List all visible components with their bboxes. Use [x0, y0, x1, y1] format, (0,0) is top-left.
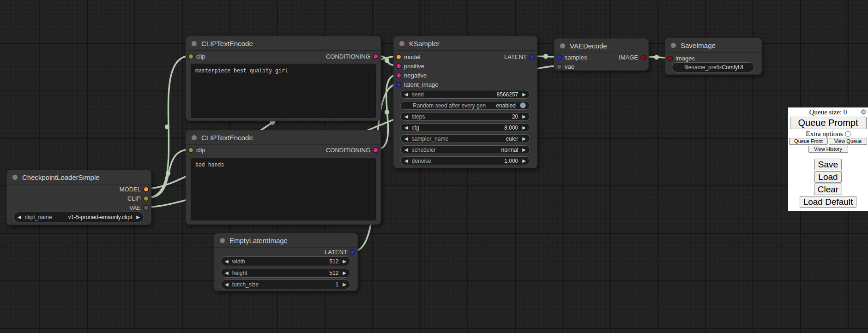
output-socket-icon[interactable] — [641, 55, 645, 59]
increment-arrow-icon[interactable]: ▶ — [343, 282, 346, 287]
output-socket-icon[interactable] — [144, 206, 148, 210]
node-titlebar-save-image[interactable]: SaveImage — [665, 38, 761, 53]
node-clip-text-encode-positive[interactable]: CLIPTextEncodeclipCONDITIONINGmasterpiec… — [186, 36, 381, 121]
input-positive[interactable]: positive — [397, 62, 424, 70]
decrement-arrow-icon[interactable]: ◀ — [404, 125, 408, 130]
increment-arrow-icon[interactable]: ▶ — [343, 259, 346, 264]
node-collapse-dot-icon[interactable] — [671, 43, 676, 48]
input-socket-icon[interactable] — [557, 55, 561, 59]
output-latent[interactable]: LATENT — [504, 53, 534, 61]
widget-denoise[interactable]: ◀denoise1.000▶ — [400, 156, 530, 165]
node-collapse-dot-icon[interactable] — [192, 41, 197, 46]
node-collapse-dot-icon[interactable] — [192, 135, 197, 140]
input-clip[interactable]: clip — [189, 52, 205, 60]
load-default-button[interactable]: Load Default — [800, 196, 857, 208]
decrement-arrow-icon[interactable]: ◀ — [404, 137, 408, 141]
increment-arrow-icon[interactable]: ▶ — [136, 215, 140, 220]
decrement-arrow-icon[interactable]: ◀ — [225, 259, 229, 264]
widget-scheduler[interactable]: ◀schedulernormal▶ — [400, 145, 530, 154]
decrement-arrow-icon[interactable]: ◀ — [404, 159, 408, 163]
node-titlebar-vae-decode[interactable]: VAEDecode — [555, 39, 648, 53]
view-history-button[interactable]: View History — [808, 146, 848, 153]
load-button[interactable]: Load — [814, 171, 841, 183]
output-vae[interactable]: VAE — [129, 203, 148, 212]
node-checkpoint-loader[interactable]: CheckpointLoaderSimpleMODELCLIPVAE◀ckpt_… — [6, 170, 151, 225]
widget-sampler-name[interactable]: ◀sampler_nameeuler▶ — [400, 134, 530, 143]
decrement-arrow-icon[interactable]: ◀ — [404, 114, 408, 119]
decrement-arrow-icon[interactable]: ◀ — [18, 215, 21, 220]
widget-filename-prefix[interactable]: filename_prefixComfyUI — [672, 62, 754, 72]
queue-prompt-button[interactable]: Queue Prompt — [790, 117, 867, 129]
input-socket-icon[interactable] — [557, 65, 561, 69]
node-save-image[interactable]: SaveImageimagesfilename_prefixComfyUI — [665, 38, 762, 75]
input-socket-icon[interactable] — [189, 54, 193, 59]
decrement-arrow-icon[interactable]: ◀ — [225, 282, 229, 287]
output-conditioning[interactable]: CONDITIONING — [326, 146, 378, 154]
increment-arrow-icon[interactable]: ▶ — [522, 114, 526, 119]
output-clip[interactable]: CLIP — [127, 194, 148, 202]
widget-batch-size[interactable]: ◀batch_size1▶ — [221, 279, 350, 289]
node-empty-latent-image[interactable]: EmptyLatentImageLATENT◀width512▶◀height5… — [214, 233, 358, 291]
input-socket-icon[interactable] — [397, 83, 401, 87]
node-collapse-dot-icon[interactable] — [560, 43, 565, 48]
output-conditioning[interactable]: CONDITIONING — [326, 52, 378, 60]
widget-steps[interactable]: ◀steps20▶ — [400, 112, 530, 121]
node-vae-decode[interactable]: VAEDecodesamplesvaeIMAGE — [554, 38, 649, 71]
prompt-textarea[interactable]: masterpiece best quality girl — [191, 64, 376, 118]
output-socket-icon[interactable] — [144, 196, 148, 201]
node-collapse-dot-icon[interactable] — [399, 41, 404, 46]
widget-seed[interactable]: ◀seed8566257▶ — [400, 90, 530, 99]
input-socket-icon[interactable] — [397, 64, 401, 68]
node-clip-text-encode-negative[interactable]: CLIPTextEncodeclipCONDITIONINGbad hands — [186, 130, 381, 225]
widget-random-seed-after-every-gen[interactable]: Random seed after every genenabled — [400, 101, 530, 110]
settings-gear-icon[interactable]: ⚙ — [861, 108, 867, 116]
node-titlebar-empty-latent-image[interactable]: EmptyLatentImage — [214, 233, 357, 248]
input-socket-icon[interactable] — [668, 56, 672, 60]
input-socket-icon[interactable] — [397, 55, 401, 59]
increment-arrow-icon[interactable]: ▶ — [343, 271, 346, 275]
node-collapse-dot-icon[interactable] — [12, 175, 18, 180]
widget-height[interactable]: ◀height512▶ — [221, 268, 350, 278]
decrement-arrow-icon[interactable]: ◀ — [404, 148, 408, 152]
output-socket-icon[interactable] — [144, 187, 148, 191]
decrement-arrow-icon[interactable]: ◀ — [225, 271, 229, 275]
node-titlebar-ksampler[interactable]: KSampler — [394, 36, 537, 51]
input-samples[interactable]: samples — [557, 53, 587, 61]
widget-cfg[interactable]: ◀cfg8.000▶ — [400, 123, 530, 132]
view-queue-button[interactable]: View Queue — [829, 138, 867, 145]
output-socket-icon[interactable] — [374, 54, 378, 59]
input-socket-icon[interactable] — [189, 148, 193, 152]
node-ksampler[interactable]: KSamplermodelpositivenegativelatent_imag… — [393, 36, 537, 168]
input-latent_image[interactable]: latent_image — [397, 80, 438, 89]
input-images[interactable]: images — [668, 54, 695, 62]
input-vae[interactable]: vae — [557, 62, 574, 71]
node-titlebar-clip-text-encode-negative[interactable]: CLIPTextEncode — [186, 131, 380, 145]
output-socket-icon[interactable] — [374, 148, 378, 152]
input-clip[interactable]: clip — [189, 146, 205, 154]
output-image[interactable]: IMAGE — [619, 53, 645, 61]
increment-arrow-icon[interactable]: ▶ — [522, 92, 526, 97]
queue-front-button[interactable]: Queue Front — [789, 138, 828, 145]
widget-ckpt-name[interactable]: ◀ckpt_namev1-5-pruned-emaonly.ckpt▶ — [13, 212, 144, 222]
extra-options-checkbox[interactable] — [845, 131, 850, 137]
input-socket-icon[interactable] — [397, 73, 401, 77]
output-latent[interactable]: LATENT — [325, 248, 355, 256]
save-button[interactable]: Save — [814, 159, 842, 170]
graph-canvas[interactable]: CheckpointLoaderSimpleMODELCLIPVAE◀ckpt_… — [0, 0, 868, 333]
increment-arrow-icon[interactable]: ▶ — [522, 148, 526, 152]
toggle-dot-icon[interactable] — [520, 102, 526, 108]
prompt-textarea[interactable]: bad hands — [191, 158, 376, 220]
node-titlebar-clip-text-encode-positive[interactable]: CLIPTextEncode — [186, 36, 380, 51]
clear-button[interactable]: Clear — [814, 184, 842, 195]
output-model[interactable]: MODEL — [120, 185, 148, 193]
increment-arrow-icon[interactable]: ▶ — [522, 137, 526, 141]
node-titlebar-checkpoint-loader[interactable]: CheckpointLoaderSimple — [7, 170, 151, 184]
output-socket-icon[interactable] — [350, 250, 355, 254]
node-collapse-dot-icon[interactable] — [220, 238, 225, 243]
widget-width[interactable]: ◀width512▶ — [221, 256, 350, 266]
decrement-arrow-icon[interactable]: ◀ — [404, 92, 408, 97]
input-negative[interactable]: negative — [397, 71, 427, 79]
input-model[interactable]: model — [397, 53, 420, 61]
increment-arrow-icon[interactable]: ▶ — [522, 159, 526, 163]
output-socket-icon[interactable] — [530, 55, 534, 59]
